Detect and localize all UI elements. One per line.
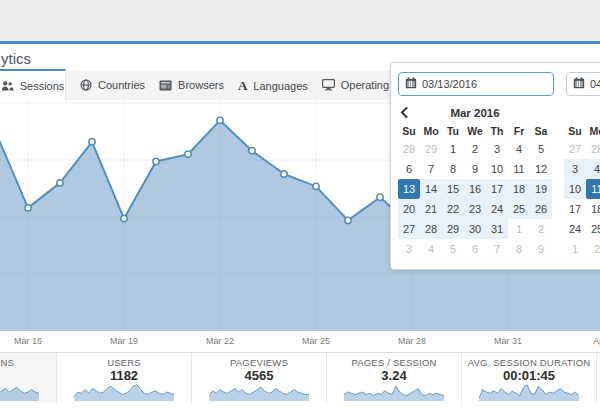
calendar-day[interactable]: 8: [508, 239, 530, 259]
calendar-day[interactable]: 13: [398, 179, 420, 199]
end-date-input[interactable]: [590, 78, 600, 90]
calendar-day[interactable]: 12: [530, 159, 552, 179]
calendar-day[interactable]: 17: [564, 199, 586, 219]
calendar-day[interactable]: 1: [508, 219, 530, 239]
stat-users[interactable]: USERS1182: [57, 353, 192, 403]
calendar-day[interactable]: 31: [486, 219, 508, 239]
stat-sparkline: [57, 383, 191, 405]
calendar-day[interactable]: 3: [564, 159, 586, 179]
stat-avg-session-duration[interactable]: AVG. SESSION DURATION00:01:45: [462, 353, 597, 403]
date-inputs-row: [391, 63, 600, 96]
calendar-week-row: 282912345: [398, 139, 552, 159]
calendar-day[interactable]: 4: [508, 139, 530, 159]
calendar-week-row: 272829303112: [398, 219, 552, 239]
end-date-field[interactable]: [566, 72, 600, 96]
tab-label: Languages: [253, 80, 307, 92]
stat-label: AVG. SESSION DURATION: [462, 357, 596, 368]
calendar-day[interactable]: 15: [442, 179, 464, 199]
calendar-day[interactable]: 7: [420, 159, 442, 179]
stat-value: 1182: [57, 369, 191, 383]
calendar-day[interactable]: 18: [586, 199, 600, 219]
calendar-day[interactable]: 6: [464, 239, 486, 259]
calendar-day[interactable]: 22: [442, 199, 464, 219]
calendar-day[interactable]: 17: [486, 179, 508, 199]
calendar-day[interactable]: 16: [464, 179, 486, 199]
calendar-day[interactable]: 3: [398, 239, 420, 259]
calendars-row: Mar 2016SuMoTuWeThFrSa282912345678910111…: [391, 96, 600, 259]
calendar-week-row: 17181920212223: [564, 199, 600, 219]
calendar-day[interactable]: 27: [564, 139, 586, 159]
calendar-day[interactable]: 29: [442, 219, 464, 239]
calendar-day[interactable]: 4: [420, 239, 442, 259]
weekday-label: Su: [398, 122, 420, 139]
calendar-day[interactable]: 24: [564, 219, 586, 239]
page-title: ytics: [1, 50, 31, 67]
calendar-day[interactable]: 26: [530, 199, 552, 219]
stat-pages-session[interactable]: PAGES / SESSION3.24: [327, 353, 462, 403]
calendar-day[interactable]: 2: [464, 139, 486, 159]
start-date-field[interactable]: [398, 72, 554, 96]
calendar-day[interactable]: 3: [486, 139, 508, 159]
prev-month-button[interactable]: [400, 107, 408, 118]
calendar-day[interactable]: 1: [564, 239, 586, 259]
calendar-day[interactable]: 2: [586, 239, 600, 259]
calendar-day[interactable]: 25: [586, 219, 600, 239]
calendar-day[interactable]: 1: [442, 139, 464, 159]
calendar-day[interactable]: 30: [464, 219, 486, 239]
calendar-day[interactable]: 27: [398, 219, 420, 239]
calendar-day[interactable]: 4: [586, 159, 600, 179]
calendar-week-row: 6789101112: [398, 159, 552, 179]
calendar-day[interactable]: 11: [586, 179, 600, 199]
stat-pageviews[interactable]: PAGEVIEWS4565: [192, 353, 327, 403]
stat-sparkline: [327, 383, 461, 405]
calendar-day[interactable]: 23: [464, 199, 486, 219]
browser-icon: [159, 80, 172, 91]
calendar-week-row: 20212223242526: [398, 199, 552, 219]
analytics-widget: ytics SessionsCountriesBrowsersALanguage…: [0, 0, 600, 416]
start-date-input[interactable]: [422, 78, 547, 90]
calendar-day[interactable]: 9: [530, 239, 552, 259]
calendar-day[interactable]: 28: [420, 219, 442, 239]
x-axis-label: Mar 28: [398, 336, 426, 346]
calendar-week-row: 3456789: [564, 159, 600, 179]
calendar-day[interactable]: 21: [420, 199, 442, 219]
calendar-day[interactable]: 14: [420, 179, 442, 199]
calendar-day[interactable]: 24: [486, 199, 508, 219]
calendar-day[interactable]: 7: [486, 239, 508, 259]
x-axis-label: Mar 31: [494, 336, 522, 346]
calendar-day[interactable]: 28: [586, 139, 600, 159]
stat-sessions[interactable]: SESSIONS: [0, 353, 57, 403]
calendar-day[interactable]: 5: [442, 239, 464, 259]
desktop-icon: [322, 79, 335, 91]
stat-sparkline: [192, 383, 326, 405]
calendar-day[interactable]: 18: [508, 179, 530, 199]
weekday-label: Fr: [508, 122, 530, 139]
calendar-day[interactable]: 8: [442, 159, 464, 179]
weekday-header-row: SuMoTuWeThFrSa: [564, 122, 600, 139]
tab-languages[interactable]: ALanguages: [238, 79, 308, 92]
stat-value: 00:01:45: [462, 369, 596, 383]
calendar-day[interactable]: 29: [420, 139, 442, 159]
calendar-week-row: 10111213141516: [564, 179, 600, 199]
calendar-day[interactable]: 5: [530, 139, 552, 159]
calendar-day[interactable]: 19: [530, 179, 552, 199]
users-icon: [1, 80, 14, 92]
calendar-day[interactable]: 11: [508, 159, 530, 179]
calendar-day[interactable]: 10: [486, 159, 508, 179]
weekday-label: Th: [486, 122, 508, 139]
stat-value: 3.24: [327, 369, 461, 383]
calendar-day[interactable]: 10: [564, 179, 586, 199]
tab-browsers[interactable]: Browsers: [159, 79, 224, 91]
calendar-day[interactable]: 28: [398, 139, 420, 159]
stat-sparkline: [0, 383, 56, 405]
calendar-day[interactable]: 20: [398, 199, 420, 219]
x-axis-label: Mar 22: [206, 336, 234, 346]
calendar-day[interactable]: 6: [398, 159, 420, 179]
calendar-day[interactable]: 25: [508, 199, 530, 219]
x-axis-label: Mar 19: [110, 336, 138, 346]
language-icon: A: [238, 79, 247, 92]
calendar-day[interactable]: 9: [464, 159, 486, 179]
globe-icon: [80, 79, 92, 91]
tab-countries[interactable]: Countries: [80, 79, 145, 91]
calendar-day[interactable]: 2: [530, 219, 552, 239]
